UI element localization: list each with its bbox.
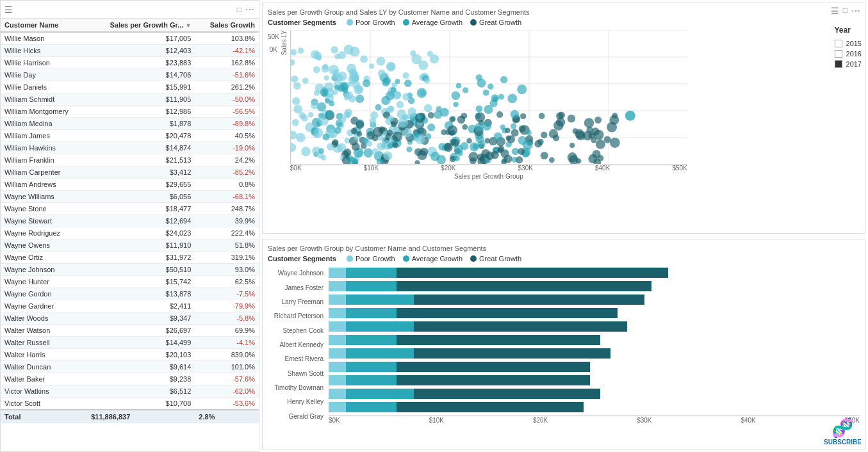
bar-chart-title: Sales per Growth Group by Customer Name … [268, 245, 860, 252]
bar-segment-avg [346, 335, 397, 345]
bar-segment-great [414, 389, 601, 399]
bar-chart-box: Sales per Growth Group by Customer Name … [262, 239, 865, 449]
bar-chart-area: Wayne JohnsonJames FosterLarry FreemanRi… [268, 266, 860, 424]
svg-point-279 [351, 128, 357, 134]
scatter-legend-label: Customer Segments [268, 19, 336, 26]
svg-point-337 [402, 72, 409, 79]
svg-point-385 [487, 84, 493, 90]
svg-point-205 [416, 88, 426, 98]
svg-point-381 [301, 147, 311, 156]
table-row: Walter Duncan$9,614101.0% [1, 361, 259, 373]
svg-point-200 [325, 99, 330, 104]
scatter-hamburger-icon[interactable]: ☰ [831, 6, 839, 16]
svg-point-341 [402, 93, 410, 101]
table-row: Walter Woods$9,347-5.8% [1, 312, 259, 325]
svg-point-363 [301, 115, 308, 122]
more-options-icon[interactable]: ⋯ [245, 4, 255, 15]
scatter-x-ticks: $0K $10K $20K $30K $40K $50K [290, 165, 687, 172]
bar-y-label: Henry Kelley [268, 396, 326, 408]
svg-point-251 [332, 139, 338, 145]
scatter-expand-icon[interactable]: □ [843, 6, 848, 16]
bar-row [329, 334, 860, 346]
svg-point-81 [507, 93, 517, 103]
svg-point-238 [290, 60, 295, 66]
svg-point-282 [449, 117, 455, 122]
bar-y-label: Larry Freeman [268, 295, 326, 308]
svg-point-338 [387, 143, 393, 149]
expand-icon[interactable]: □ [237, 5, 242, 14]
svg-point-406 [356, 131, 362, 137]
subscribe-area[interactable]: 🧬 SUBSCRIBE [824, 417, 862, 446]
svg-point-351 [518, 125, 525, 133]
svg-point-377 [392, 132, 402, 142]
year-item-2017[interactable]: 2017 [835, 60, 862, 68]
svg-point-349 [516, 156, 523, 163]
svg-point-332 [333, 73, 339, 79]
scatter-avg-label: Average Growth [412, 19, 463, 26]
bar-y-label: Gerald Gray [268, 410, 326, 423]
bar-row [329, 387, 860, 400]
subscribe-label[interactable]: SUBSCRIBE [824, 439, 862, 446]
svg-point-307 [496, 111, 503, 118]
year-checkbox-2017[interactable] [835, 60, 842, 68]
scatter-poor-label: Poor Growth [356, 19, 395, 26]
svg-point-247 [477, 79, 486, 88]
svg-point-198 [383, 151, 392, 160]
scatter-legend-avg: Average Growth [403, 19, 463, 26]
bar-segment-great [397, 375, 590, 385]
bar-x-ticks: $0K $10K $20K $30K $40K $50K [329, 415, 860, 424]
svg-point-388 [475, 112, 486, 122]
svg-point-359 [583, 131, 593, 141]
svg-point-167 [293, 83, 301, 90]
year-checkbox-2015[interactable] [835, 40, 842, 47]
scatter-great-label: Great Growth [479, 19, 521, 26]
total-row: Total $11,886,837 2.8% [1, 410, 259, 423]
data-table-container[interactable]: Customer Name Sales per Growth Gr... ▼ S… [1, 19, 259, 451]
scatter-more-icon[interactable]: ⋯ [851, 6, 861, 16]
x-tick-40k: $40K [595, 165, 610, 172]
svg-point-403 [517, 85, 527, 94]
table-row: Wayne Williams$6,056-68.1% [1, 191, 259, 203]
year-item-2015[interactable]: 2015 [835, 40, 862, 47]
svg-point-104 [406, 147, 412, 152]
svg-point-134 [331, 46, 338, 54]
year-item-2016[interactable]: 2016 [835, 50, 862, 58]
svg-point-382 [567, 152, 577, 162]
col-sales-growth[interactable]: Sales Growth [195, 19, 259, 32]
col-customer-name[interactable]: Customer Name [1, 19, 87, 32]
bar-row [329, 320, 860, 333]
table-row: Walter Russell$14,499-4.1% [1, 337, 259, 349]
svg-point-142 [482, 122, 491, 131]
year-checkbox-2016[interactable] [835, 50, 842, 58]
table-row: Walter Baker$9,238-57.6% [1, 373, 259, 385]
col-sales-growth-group[interactable]: Sales per Growth Gr... ▼ [87, 19, 195, 32]
bar-y-label: James Foster [268, 281, 326, 294]
svg-point-237 [318, 148, 324, 154]
hamburger-icon[interactable]: ☰ [4, 4, 13, 15]
table-panel: ☰ □ ⋯ Customer Name Sales per Growth Gr.… [0, 0, 259, 452]
svg-point-293 [607, 122, 617, 132]
svg-point-305 [440, 108, 449, 117]
svg-point-409 [398, 118, 408, 128]
svg-point-111 [569, 143, 575, 149]
bar-segment-avg [346, 268, 397, 278]
svg-point-367 [414, 132, 420, 138]
svg-point-274 [291, 119, 299, 126]
scatter-svg [290, 30, 687, 165]
svg-point-390 [504, 155, 512, 163]
svg-point-249 [396, 101, 404, 109]
bar-legend-great: Great Growth [470, 255, 521, 262]
svg-point-313 [372, 134, 378, 141]
svg-point-300 [451, 138, 459, 147]
svg-point-401 [375, 104, 381, 111]
svg-point-268 [477, 140, 485, 148]
table-row: Wayne Hunter$15,74262.5% [1, 276, 259, 288]
table-row: William Andrews$29,6550.8% [1, 179, 259, 191]
svg-point-255 [391, 121, 397, 127]
bar-segment-great [414, 321, 628, 332]
table-row: William Hawkins$14,874-19.0% [1, 142, 259, 154]
svg-point-194 [407, 108, 416, 116]
svg-point-326 [540, 152, 548, 159]
svg-point-355 [505, 127, 511, 133]
scatter-legend-poor: Poor Growth [347, 19, 395, 26]
